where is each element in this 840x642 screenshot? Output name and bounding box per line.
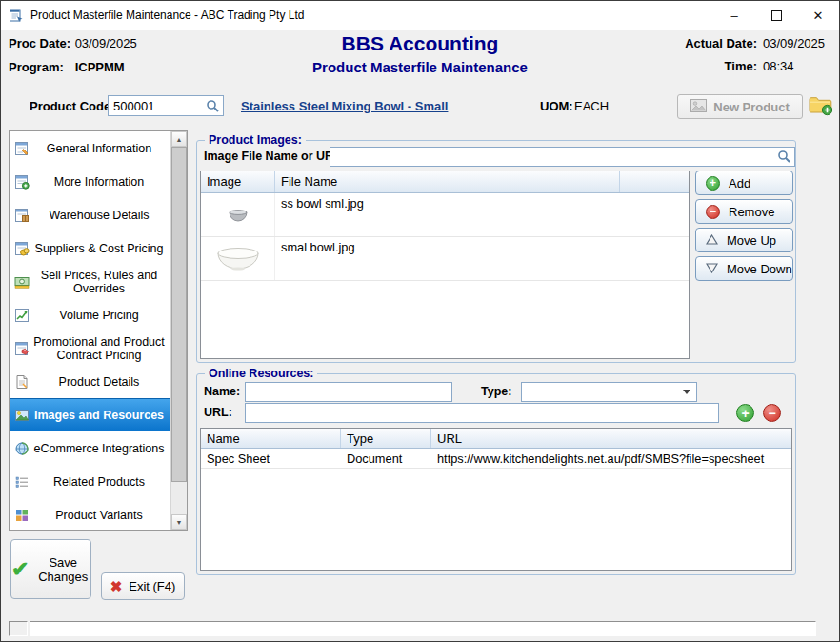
column-header-name[interactable]: Name [201,429,341,448]
sidebar-item-suppliers-cost-pricing[interactable]: Suppliers & Cost Pricing [10,231,170,265]
status-bar [30,621,816,636]
move-down-button[interactable]: Move Down [695,256,793,281]
app-window: Product Masterfile Maintenance - ABC Tra… [0,0,840,642]
column-header-type[interactable]: Type [341,429,431,448]
sidebar-item-related-products[interactable]: Related Products [10,465,170,498]
sidebar-item-sell-prices-rules-overrides[interactable]: Sell Prices, Rules and Overrides [10,265,170,298]
actual-date-row: Actual Date: 03/09/2025 [685,36,831,50]
sidebar-item-warehouse-details[interactable]: Warehouse Details [10,198,170,231]
minimize-button[interactable]: – [713,1,755,30]
picture-icon [14,408,30,423]
column-header-file-name[interactable]: File Name [275,171,620,192]
resource-type-label: Type: [481,385,511,398]
scrollbar-thumb[interactable] [171,147,187,482]
sidebar-item-label: Product Details [30,375,170,389]
product-name-link[interactable]: Stainless Steel Mixing Bowl - Small [241,99,448,113]
sidebar-item-label: General Information [30,142,170,155]
scroll-down-button[interactable]: ▼ [171,514,187,530]
actual-date-label: Actual Date: [685,36,757,50]
scroll-down-icon: ▼ [176,519,183,526]
plus-icon: + [706,176,720,191]
search-icon[interactable] [206,99,220,113]
plus-icon: + [736,404,754,422]
remove-image-button[interactable]: − Remove [695,199,793,224]
sidebar-item-product-details[interactable]: Product Details [10,365,170,398]
add-image-button[interactable]: + Add [695,171,793,195]
product-code-field [108,95,224,116]
minus-icon: − [706,205,720,219]
sidebar-item-label: Related Products [30,475,170,489]
triangle-down-icon [706,262,718,276]
product-images-table: Image File Name ss bowl sml.jpg [200,171,690,359]
sidebar-item-promotional-contract-pricing[interactable]: Promotional and Product Contract Pricing [10,331,170,365]
image-file-field [330,147,795,167]
file-name-cell: ss bowl sml.jpg [275,193,689,236]
table-row[interactable]: smal bowl.jpg [201,237,689,281]
column-header-empty [620,171,689,192]
resource-type-cell: Document [341,449,431,468]
sidebar-list: General Information More Information [10,131,170,530]
sidebar-item-general-information[interactable]: General Information [10,131,170,165]
sidebar-item-label: More Information [30,175,170,189]
remove-label: Remove [729,205,774,219]
promo-tag-icon [14,341,30,356]
save-changes-label: Save Changes [35,555,90,584]
move-up-label: Move Up [727,233,776,248]
scroll-up-button[interactable]: ▲ [171,131,187,147]
column-header-image[interactable]: Image [201,171,275,192]
chevron-down-icon [683,390,690,394]
title-bar: Product Masterfile Maintenance - ABC Tra… [1,1,839,30]
globe-icon [14,441,30,456]
save-changes-button[interactable]: ✔ Save Changes [10,539,91,599]
maximize-icon [771,10,782,21]
sidebar-item-label: Promotional and Product Contract Pricing [30,335,170,362]
time-label: Time: [725,59,757,73]
image-file-input[interactable] [333,150,777,164]
sidebar-item-more-information[interactable]: More Information [10,165,170,198]
sidebar-item-images-and-resources[interactable]: Images and Resources [10,398,170,431]
triangle-up-icon [706,233,718,248]
sidebar-scrollbar[interactable]: ▲ ▼ [170,131,187,530]
sidebar-item-label: Warehouse Details [30,209,170,222]
product-code-input[interactable] [111,99,206,113]
exit-button[interactable]: ✖ Exit (F4) [101,572,185,600]
add-folder-button[interactable] [809,94,833,120]
sidebar-item-volume-pricing[interactable]: Volume Pricing [10,298,170,331]
list-icon [14,474,30,490]
resource-name-label: Name: [204,385,240,398]
column-header-url[interactable]: URL [431,429,791,448]
sidebar-item-label: Sell Prices, Rules and Overrides [30,269,170,295]
maximize-button[interactable] [755,1,797,30]
table-row[interactable]: ss bowl sml.jpg [201,193,689,237]
move-up-button[interactable]: Move Up [695,228,793,252]
new-product-button[interactable]: New Product [677,94,803,119]
variants-icon [14,508,30,523]
resource-url-input[interactable] [249,406,715,420]
coins-icon [14,241,30,256]
sidebar-item-product-variants[interactable]: Product Variants [10,498,170,530]
close-button[interactable]: ✕ [797,1,839,30]
table-row[interactable]: Spec Sheet Document https://www.kitchend… [201,449,791,469]
minus-icon: − [763,404,781,422]
remove-resource-button[interactable]: − [763,404,781,422]
add-label: Add [729,176,750,191]
folder-add-icon [809,94,833,116]
sidebar-item-ecommerce-integrations[interactable]: eCommerce Integrations [10,431,170,465]
table-header-row: Image File Name [201,171,689,193]
uom-label: UOM: [540,99,573,113]
resource-type-dropdown[interactable] [521,382,697,402]
move-down-label: Move Down [727,262,792,276]
add-resource-button[interactable]: + [736,404,754,422]
resource-name-cell: Spec Sheet [201,449,341,468]
search-icon[interactable] [777,150,791,164]
resource-name-input[interactable] [249,385,449,399]
scroll-up-icon: ▲ [176,136,183,143]
online-resources-group: Online Resources: Name: Type: URL: + − N… [196,373,796,575]
exit-label: Exit (F4) [129,579,175,593]
new-product-label: New Product [713,100,789,114]
online-resources-group-title: Online Resources: [205,367,317,380]
sidebar-item-label: eCommerce Integrations [30,442,170,455]
window-title: Product Masterfile Maintenance - ABC Tra… [30,9,713,22]
chart-icon [14,308,30,323]
resource-url-label: URL: [204,406,232,419]
